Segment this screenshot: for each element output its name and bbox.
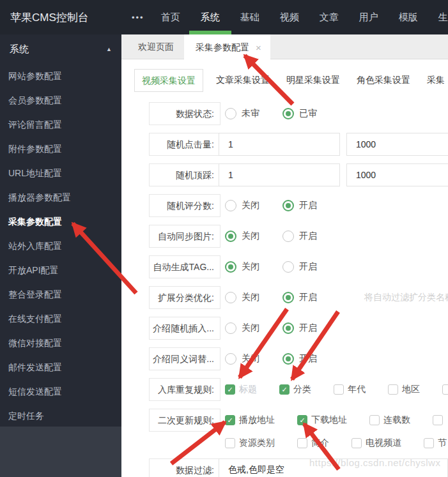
nav-home[interactable]: 首页 — [161, 0, 180, 34]
nav-system[interactable]: 系统 — [201, 0, 220, 34]
checkbox-category[interactable]: 分类 — [279, 384, 311, 395]
field-label: 自动生成TAG... — [149, 255, 220, 278]
nav-video[interactable]: 视频 — [280, 0, 299, 34]
form-row-random-updown: 随机顶踩: — [149, 163, 448, 186]
radio-off[interactable]: 关闭 — [225, 292, 259, 303]
radio-on[interactable]: 开启 — [282, 322, 317, 334]
subtab-role-collect[interactable]: 角色采集设置 — [353, 69, 414, 92]
checkbox-icon — [424, 438, 434, 448]
sidebar-item-collect-params[interactable]: 采集参数配置 — [0, 209, 121, 234]
form-row-intro-random-insert: 介绍随机插入... 关闭 开启 — [149, 317, 448, 340]
radio-on[interactable]: 开启 — [282, 353, 317, 365]
main-content: 欢迎页面 采集参数配置 × 视频采集设置 文章采集设置 明星采集设置 角色采集设… — [121, 34, 448, 477]
checkbox-area[interactable]: 地区 — [388, 384, 420, 395]
checkbox-play-url[interactable]: 播放地址 — [225, 414, 275, 426]
sidebar-item-player-params[interactable]: 播放器参数配置 — [0, 185, 121, 209]
field-label: 随机点击量: — [149, 133, 220, 156]
form-row-intro-synonym-replace: 介绍同义词替... 关闭 开启 — [149, 347, 448, 370]
checkbox-tv-channel[interactable]: 电视频道 — [351, 437, 401, 449]
subtab-collect-cut[interactable]: 采集 — [423, 69, 448, 92]
field-label: 二次更新规则: — [149, 409, 220, 432]
more-menu-icon[interactable]: ••• — [132, 13, 144, 22]
radio-off[interactable]: 关闭 — [225, 322, 259, 334]
sidebar-item-online-payment[interactable]: 在线支付配置 — [0, 307, 121, 331]
sidebar-section-system[interactable]: 系统 ▲ — [0, 34, 121, 64]
field-label: 数据过滤: — [149, 458, 220, 477]
secondary-update-line-1: 播放地址 下载地址 连载数 — [225, 409, 448, 432]
sidebar-item-sms-send[interactable]: 短信发送配置 — [0, 379, 121, 404]
radio-circle-icon — [282, 261, 294, 273]
data-filter-input[interactable] — [219, 458, 448, 477]
random-clicks-min-input[interactable] — [219, 133, 340, 156]
form-row-data-filter: 数据过滤: — [149, 458, 448, 477]
sidebar-item-attachment-params[interactable]: 附件参数配置 — [0, 137, 121, 161]
checkbox-title[interactable]: 标题 — [225, 384, 257, 395]
random-updown-max-input[interactable] — [346, 163, 448, 186]
checkbox-icon — [369, 415, 380, 425]
subtab-article-collect[interactable]: 文章采集设置 — [212, 69, 274, 92]
radio-on[interactable]: 开启 — [282, 261, 317, 273]
sidebar-item-url-address[interactable]: URL地址配置 — [0, 161, 121, 185]
helper-note: 将自动过滤扩分类名称里的 — [364, 292, 448, 303]
nav-basic[interactable]: 基础 — [240, 0, 259, 34]
checkbox-serial-count[interactable]: 连载数 — [369, 414, 410, 426]
radio-off[interactable]: 关闭 — [225, 231, 259, 242]
sidebar-item-cron-task[interactable]: 定时任务 — [0, 404, 121, 428]
radio-on[interactable]: 开启 — [282, 292, 317, 303]
checkbox-brief[interactable]: 简介 — [297, 437, 329, 449]
radio-off[interactable]: 关闭 — [225, 200, 259, 211]
checkbox-cut[interactable] — [433, 415, 447, 425]
sidebar-item-comment-message[interactable]: 评论留言配置 — [0, 112, 121, 137]
sidebar-item-integrated-login[interactable]: 整合登录配置 — [0, 282, 121, 307]
nav-template[interactable]: 模版 — [399, 0, 418, 34]
secondary-update-line-2: 资源类别 简介 电视频道 节 — [225, 435, 448, 451]
radio-on[interactable]: 开启 — [282, 231, 317, 242]
field-label: 介绍同义词替... — [149, 347, 220, 370]
subtab-video-collect[interactable]: 视频采集设置 — [134, 69, 203, 92]
radio-circle-icon — [225, 322, 236, 334]
subtab-star-collect[interactable]: 明星采集设置 — [282, 69, 344, 92]
radio-audited[interactable]: 已审 — [282, 108, 317, 119]
checkbox-download-url[interactable]: 下载地址 — [297, 414, 347, 426]
sidebar-item-external-import[interactable]: 站外入库配置 — [0, 234, 121, 258]
checkbox-year[interactable]: 年代 — [334, 384, 366, 395]
checkbox-icon — [351, 438, 362, 448]
radio-on[interactable]: 开启 — [282, 200, 317, 211]
tab-welcome[interactable]: 欢迎页面 — [128, 34, 184, 59]
sidebar-item-wechat-integration[interactable]: 微信对接配置 — [0, 331, 121, 355]
field-label: 扩展分类优化: — [149, 286, 220, 309]
checkbox-cut[interactable] — [442, 384, 448, 395]
sidebar-menu: 网站参数配置 会员参数配置 评论留言配置 附件参数配置 URL地址配置 播放器参… — [0, 64, 121, 428]
radio-circle-icon — [225, 353, 236, 365]
app-title: 苹果CMS控制台 — [0, 10, 121, 25]
radio-off[interactable]: 关闭 — [225, 261, 259, 273]
tab-collect-params[interactable]: 采集参数配置 × — [184, 34, 270, 60]
nav-article[interactable]: 文章 — [320, 0, 339, 34]
checkbox-icon — [279, 384, 290, 395]
checkbox-icon — [433, 415, 443, 425]
nav-generate[interactable]: 生成 — [438, 0, 448, 34]
radio-off[interactable]: 关闭 — [225, 353, 259, 365]
radio-circle-icon — [282, 292, 294, 303]
sidebar-item-website-params[interactable]: 网站参数配置 — [0, 64, 121, 88]
sidebar-item-open-api[interactable]: 开放API配置 — [0, 258, 121, 282]
checkbox-resource-type[interactable]: 资源类别 — [225, 437, 275, 449]
checkbox-icon — [225, 415, 235, 425]
checkbox-icon — [334, 384, 344, 395]
checkbox-icon — [388, 384, 398, 395]
form-row-data-status: 数据状态: 未审 已审 — [149, 102, 448, 125]
random-updown-min-input[interactable] — [219, 163, 340, 186]
sidebar-item-email-send[interactable]: 邮件发送配置 — [0, 355, 121, 379]
collapse-caret-icon: ▲ — [106, 46, 112, 52]
checkbox-program-cut[interactable]: 节 — [424, 437, 447, 449]
radio-circle-icon — [282, 200, 294, 211]
random-clicks-max-input[interactable] — [346, 133, 448, 156]
radio-circle-icon — [225, 200, 236, 211]
radio-unaudited[interactable]: 未审 — [225, 108, 259, 119]
close-icon[interactable]: × — [256, 35, 261, 60]
checkbox-icon — [225, 438, 235, 448]
form-row-extend-category-optimize: 扩展分类优化: 关闭 开启 将自动过滤扩分类名称里的 — [149, 286, 448, 309]
top-nav: 首页 系统 基础 视频 文章 用户 模版 生成 — [161, 0, 448, 34]
nav-user[interactable]: 用户 — [359, 0, 378, 34]
sidebar-item-member-params[interactable]: 会员参数配置 — [0, 88, 121, 112]
